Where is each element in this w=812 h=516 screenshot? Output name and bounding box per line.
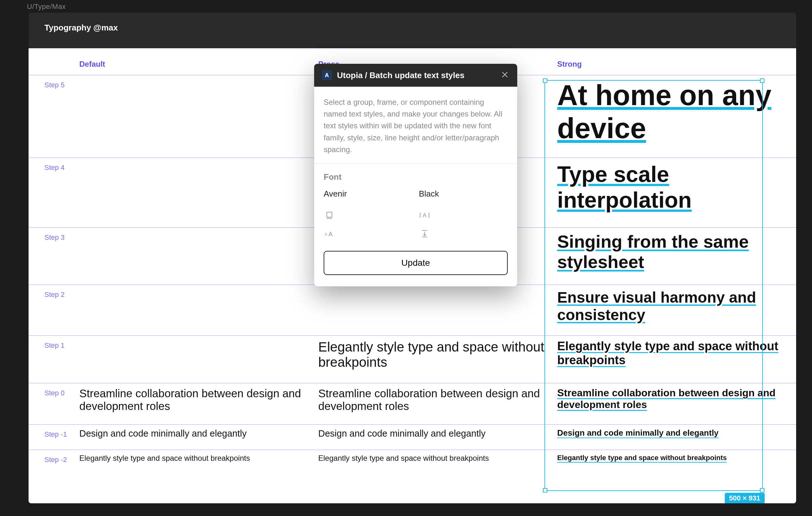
cell-prose-sm1[interactable]: Design and code minimally and elegantly bbox=[318, 424, 557, 450]
font-section-label: Font bbox=[324, 172, 508, 182]
sample-text: Elegantly style type and space without b… bbox=[318, 340, 545, 370]
sample-text: Ensure visual harmony and consistency bbox=[557, 289, 783, 324]
modal-description: Select a group, frame, or component cont… bbox=[324, 96, 508, 155]
letter-spacing-icon[interactable]: A bbox=[419, 210, 430, 221]
cell-strong-s1[interactable]: Elegantly style type and space without b… bbox=[557, 335, 796, 383]
cell-strong-s0[interactable]: Streamline collaboration between design … bbox=[557, 383, 796, 424]
modal-body: Select a group, frame, or component cont… bbox=[314, 87, 517, 287]
cell-strong-sm2[interactable]: Elegantly style type and space without b… bbox=[557, 450, 796, 472]
sample-text: Streamline collaboration between design … bbox=[79, 387, 306, 413]
selection-dimensions-badge: 500 × 931 bbox=[725, 493, 765, 503]
modal-header[interactable]: A Utopia / Batch update text styles bbox=[314, 64, 517, 87]
cell-strong-s4[interactable]: Type scale interpolation bbox=[557, 158, 796, 227]
cell-default-s2[interactable] bbox=[79, 284, 318, 335]
sample-text: Design and code minimally and elegantly bbox=[318, 428, 486, 439]
cell-default-s0[interactable]: Streamline collaboration between design … bbox=[79, 383, 318, 424]
step-label: Step 4 bbox=[29, 158, 79, 227]
svg-text:A: A bbox=[423, 212, 427, 218]
sample-text: Elegantly style type and space without b… bbox=[318, 454, 489, 463]
plugin-logo-icon: A bbox=[322, 70, 332, 80]
step-label: Step 0 bbox=[29, 383, 79, 424]
sample-text: Singing from the same stylesheet bbox=[557, 232, 783, 272]
svg-text:A: A bbox=[325, 232, 327, 237]
cell-prose-s2[interactable] bbox=[318, 284, 557, 335]
font-family-select[interactable]: Avenir bbox=[324, 187, 412, 201]
sample-text: Elegantly style type and space without b… bbox=[557, 340, 783, 367]
step-label: Step 3 bbox=[29, 227, 79, 284]
sample-text: Streamline collaboration between design … bbox=[557, 387, 783, 411]
frame-title: Typography @max bbox=[29, 13, 796, 43]
divider bbox=[314, 164, 517, 164]
close-icon[interactable] bbox=[500, 70, 510, 81]
cell-default-s4[interactable] bbox=[79, 158, 318, 227]
selection-handle-bl[interactable] bbox=[543, 488, 547, 492]
sample-text: Streamline collaboration between design … bbox=[318, 387, 545, 413]
x-icon bbox=[501, 71, 508, 78]
cell-default-s3[interactable] bbox=[79, 227, 318, 284]
svg-rect-0 bbox=[327, 212, 332, 217]
cell-strong-s3[interactable]: Singing from the same stylesheet bbox=[557, 227, 796, 284]
breadcrumb: U/Type/Max bbox=[0, 0, 812, 13]
selection-handle-br[interactable] bbox=[760, 488, 764, 492]
cell-default-s1[interactable] bbox=[79, 335, 318, 383]
cell-default-s5[interactable] bbox=[79, 75, 318, 158]
cell-strong-sm1[interactable]: Design and code minimally and elegantly bbox=[557, 424, 796, 450]
step-label: Step 5 bbox=[29, 75, 79, 158]
font-weight-select[interactable]: Black bbox=[419, 187, 508, 201]
cell-default-sm2[interactable]: Elegantly style type and space without b… bbox=[79, 450, 318, 472]
cell-prose-s1[interactable]: Elegantly style type and space without b… bbox=[318, 335, 557, 383]
sample-text: At home on any device bbox=[557, 79, 783, 145]
cell-default-sm1[interactable]: Design and code minimally and elegantly bbox=[79, 424, 318, 450]
paragraph-spacing-icon[interactable] bbox=[419, 228, 430, 239]
modal-title: Utopia / Batch update text styles bbox=[337, 71, 495, 80]
step-label: Step -1 bbox=[29, 424, 79, 450]
column-header-strong: Strong bbox=[557, 48, 796, 75]
step-label: Step 1 bbox=[29, 335, 79, 383]
batch-update-modal[interactable]: A Utopia / Batch update text styles Sele… bbox=[314, 64, 517, 287]
sample-text: Type scale interpolation bbox=[557, 162, 783, 213]
cell-prose-sm2[interactable]: Elegantly style type and space without b… bbox=[318, 450, 557, 472]
font-size-icon[interactable]: AA bbox=[324, 228, 335, 239]
cell-prose-s0[interactable]: Streamline collaboration between design … bbox=[318, 383, 557, 424]
step-label: Step -2 bbox=[29, 450, 79, 472]
cell-strong-s2[interactable]: Ensure visual harmony and consistency bbox=[557, 284, 796, 335]
sample-text: Design and code minimally and elegantly bbox=[79, 428, 246, 439]
column-header-default: Default bbox=[79, 48, 318, 75]
svg-text:A: A bbox=[328, 230, 333, 238]
update-button[interactable]: Update bbox=[324, 251, 508, 275]
sample-text: Design and code minimally and elegantly bbox=[557, 428, 719, 438]
sample-text: Elegantly style type and space without b… bbox=[557, 454, 727, 462]
step-label: Step 2 bbox=[29, 284, 79, 335]
line-height-icon[interactable] bbox=[324, 210, 335, 221]
sample-text: Elegantly style type and space without b… bbox=[79, 454, 250, 463]
cell-strong-s5[interactable]: At home on any device bbox=[557, 75, 796, 158]
